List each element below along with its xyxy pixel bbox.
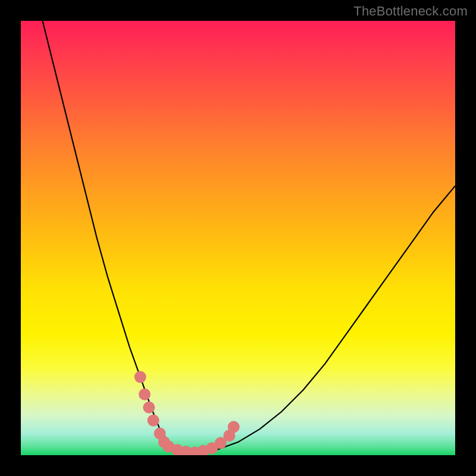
curve-marker: [139, 389, 151, 400]
plot-area: [21, 21, 455, 455]
watermark-label: TheBottleneck.com: [353, 4, 468, 19]
curve-marker: [148, 415, 159, 427]
curve-marker: [134, 371, 146, 383]
bottleneck-curve-path: [43, 21, 456, 453]
chart-frame: TheBottleneck.com: [0, 0, 476, 476]
curve-marker: [143, 402, 155, 414]
curve-marker: [228, 421, 240, 433]
bottleneck-curve-svg: [21, 21, 455, 455]
